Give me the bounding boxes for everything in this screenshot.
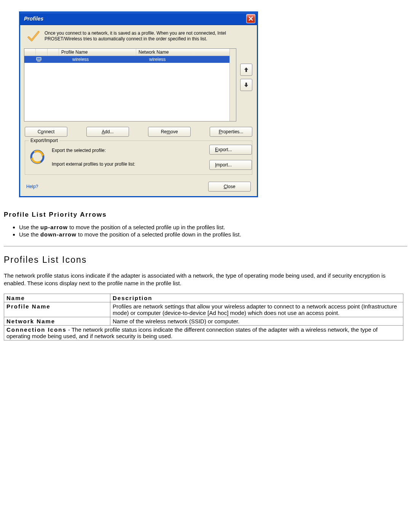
move-down-button[interactable]: [240, 79, 252, 91]
th-desc: Description: [110, 294, 403, 302]
remove-button[interactable]: Remove: [148, 127, 191, 137]
profiles-dialog: Profiles Once you connect to a network, …: [19, 11, 258, 197]
checkmark-icon: [27, 30, 39, 44]
row-connection-icons: Connection Icons - The network profile s…: [4, 325, 403, 340]
icons-paragraph: The network profile status icons indicat…: [4, 272, 406, 288]
row-network-name-desc: Name of the wireless network (SSID) or c…: [110, 317, 403, 325]
col-network-name[interactable]: Network Name: [136, 49, 236, 56]
svg-rect-2: [37, 61, 40, 62]
move-up-button[interactable]: [240, 64, 252, 76]
icons-table: Name Description Profile Name Profiles a…: [4, 294, 403, 340]
list-header[interactable]: Profile Name Network Name: [24, 49, 236, 56]
import-label: Import external profiles to your profile…: [52, 161, 204, 167]
export-label: Export the selected profile:: [52, 148, 204, 153]
col-profile-name[interactable]: Profile Name: [59, 49, 136, 56]
row-profile-name-desc: Profiles are network settings that allow…: [110, 302, 403, 317]
connect-button[interactable]: Connect: [25, 127, 67, 137]
svg-rect-1: [37, 58, 41, 60]
help-link[interactable]: Help?: [26, 184, 38, 189]
close-button[interactable]: Close: [208, 182, 251, 192]
section-heading-arrows: Profile List Priority Arrows: [4, 211, 407, 219]
export-import-icon: [30, 149, 46, 166]
section-heading-icons: Profiles List Icons: [4, 255, 407, 265]
row-network-name-label: Network Name: [4, 317, 110, 325]
row-profile-name: wireless: [70, 57, 147, 62]
export-import-group: Export/Import Export: [25, 141, 252, 175]
properties-button[interactable]: Properties...: [210, 127, 252, 137]
close-icon[interactable]: [246, 14, 255, 23]
dialog-title: Profiles: [24, 16, 43, 22]
divider: [4, 246, 407, 246]
intro-text: Once you connect to a network, it is sav…: [45, 30, 242, 44]
th-name: Name: [4, 294, 110, 302]
row-profile-name-label: Profile Name: [4, 302, 110, 317]
profile-list-row[interactable]: wireless wireless: [24, 56, 236, 63]
bullet-down-arrow: Use the down-arrow to move the position …: [19, 231, 407, 238]
row-network-name: wireless: [147, 57, 236, 62]
import-button[interactable]: Import...: [209, 160, 252, 170]
profile-list[interactable]: Profile Name Network Name wireless wirel…: [24, 48, 236, 121]
export-import-legend: Export/Import: [29, 138, 59, 143]
export-button[interactable]: Export...: [209, 145, 252, 155]
bullet-up-arrow: Use the up-arrow to move the position of…: [19, 224, 407, 230]
add-button[interactable]: Add...: [86, 127, 129, 137]
dialog-titlebar[interactable]: Profiles: [20, 13, 257, 25]
computer-icon: [36, 57, 42, 62]
